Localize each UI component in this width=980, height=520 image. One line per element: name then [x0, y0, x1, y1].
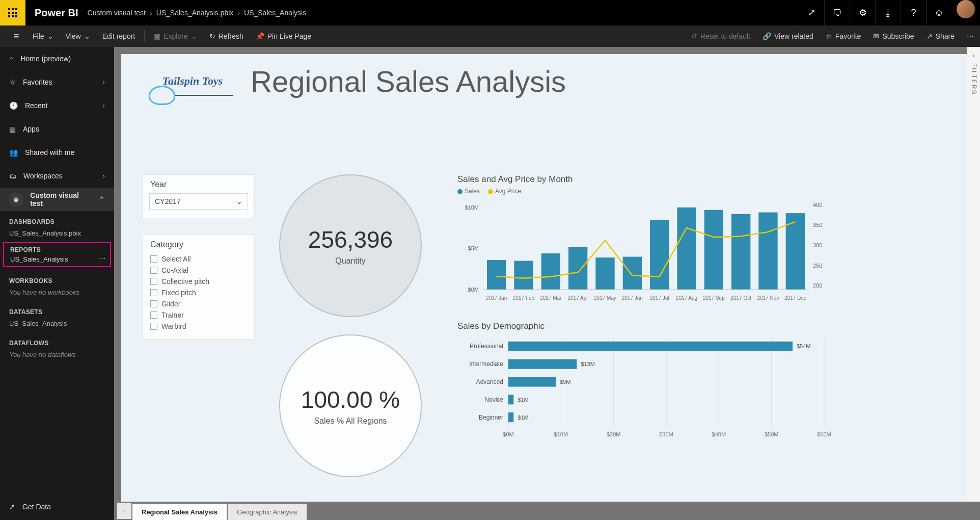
pin-icon: 📌 [256, 32, 264, 40]
breadcrumb-workspace[interactable]: Custom visual test [88, 9, 146, 17]
category-option[interactable]: Collective pitch [150, 276, 247, 287]
nav-label: Get Data [22, 503, 51, 511]
breadcrumb-report[interactable]: US_Sales_Analysis [244, 9, 306, 17]
category-option[interactable]: Warbird [150, 321, 247, 332]
nav-shared-with-me[interactable]: 👥Shared with me [0, 141, 114, 164]
comments-icon[interactable]: 🗨 [824, 0, 850, 25]
divider [144, 30, 145, 42]
more-options-icon[interactable]: ⋯ [961, 32, 980, 40]
nav-report-item[interactable]: US_Sales_Analysis [10, 255, 104, 263]
edit-report-button[interactable]: Edit report [96, 32, 142, 40]
user-avatar[interactable] [957, 0, 975, 18]
svg-text:2017 Feb: 2017 Feb [513, 295, 535, 301]
category-option[interactable]: Glider [150, 298, 247, 309]
svg-rect-6 [8, 15, 10, 17]
settings-icon[interactable]: ⚙ [850, 0, 875, 25]
tab-scroll-left[interactable]: ‹ [117, 503, 131, 519]
legend-label: Sales [465, 188, 480, 195]
nav-section-workbooks: WORKBOOKS [0, 270, 114, 287]
page-tab-geographic[interactable]: Geographic Analysis [228, 504, 307, 520]
reset-icon: ↺ [691, 32, 697, 40]
app-launcher-icon[interactable] [0, 0, 25, 25]
apps-icon: ▦ [9, 125, 16, 133]
chevron-up-icon: ⌃ [99, 195, 105, 203]
page-tab-regional[interactable]: Regional Sales Analysis [132, 504, 227, 520]
category-label: Fixed pitch [161, 289, 196, 297]
star-icon: ☆ [9, 78, 16, 86]
people-icon: 👥 [9, 148, 18, 157]
kpi-value: 256,396 [308, 226, 393, 253]
legend-label: Avg Price [495, 188, 521, 195]
svg-text:350: 350 [813, 222, 822, 228]
refresh-icon: ↻ [209, 32, 215, 40]
download-icon[interactable]: ⭳ [875, 0, 901, 25]
svg-text:$0M: $0M [503, 431, 513, 437]
pin-live-page-button[interactable]: 📌Pin Live Page [250, 32, 317, 40]
get-data-button[interactable]: ↗Get Data [0, 493, 114, 520]
nav-workspace-current[interactable]: ⊗Custom visual test⌃ [0, 188, 114, 211]
svg-text:$1M: $1M [518, 414, 528, 421]
kpi-sales-pct-card[interactable]: 100.00 % Sales % All Regions [279, 334, 422, 477]
svg-text:2017 Dec: 2017 Dec [784, 295, 806, 301]
svg-text:2017 Apr: 2017 Apr [568, 295, 589, 301]
filters-label: FILTERS [970, 63, 977, 95]
category-label: Glider [161, 300, 180, 308]
mail-icon: ✉ [873, 32, 879, 40]
svg-rect-3 [8, 12, 10, 14]
category-option[interactable]: Fixed pitch [150, 287, 247, 298]
svg-text:400: 400 [813, 202, 822, 208]
nav-dashboard-item[interactable]: US_Sales_Analysis.pbix [0, 227, 114, 242]
nav-dataset-item[interactable]: US_Sales_Analysis [0, 318, 114, 332]
svg-text:$20M: $20M [607, 431, 621, 437]
view-related-button[interactable]: 🔗View related [756, 32, 820, 40]
chevron-right-icon: › [150, 9, 152, 17]
more-options-icon[interactable]: ⋯ [99, 254, 106, 263]
svg-text:$54M: $54M [797, 343, 811, 349]
svg-text:2017 Nov: 2017 Nov [757, 295, 779, 301]
chevron-right-icon: › [102, 172, 105, 180]
nav-section-dashboards: DASHBOARDS [0, 211, 114, 227]
kpi-quantity-card[interactable]: 256,396 Quantity [279, 174, 422, 317]
svg-text:$60M: $60M [817, 431, 831, 437]
category-label: Select All [161, 255, 191, 263]
nav-favorites[interactable]: ☆Favorites› [0, 70, 114, 94]
sales-by-month-chart[interactable]: Sales and Avg Price by Month Sales Avg P… [457, 174, 834, 312]
category-option[interactable]: Trainer [150, 309, 247, 321]
nav-recent[interactable]: 🕘Recent› [0, 94, 114, 117]
sales-by-demographic-chart[interactable]: Sales by Demographic $0M$10M$20M$30M$40M… [457, 321, 834, 449]
breadcrumb-file[interactable]: US_Sales_Analysis.pbix [156, 9, 234, 17]
year-dropdown[interactable]: CY2017 ⌄ [149, 193, 248, 210]
feedback-smile-icon[interactable]: ☺ [926, 0, 951, 25]
nav-reports-highlight: REPORTS US_Sales_Analysis ⋯ [3, 242, 111, 267]
chevron-left-icon: ‹ [973, 52, 975, 59]
svg-rect-25 [704, 210, 723, 290]
svg-text:2017 Sep: 2017 Sep [703, 295, 725, 301]
nav-workspaces[interactable]: 🗂Workspaces› [0, 164, 114, 188]
svg-text:2017 May: 2017 May [594, 295, 616, 301]
help-icon[interactable]: ? [901, 0, 926, 25]
subscribe-button[interactable]: ✉Subscribe [867, 32, 920, 40]
category-label: Trainer [161, 311, 184, 319]
svg-rect-20 [568, 247, 587, 290]
svg-text:250: 250 [813, 263, 822, 269]
chart-title: Sales and Avg Price by Month [457, 174, 834, 185]
left-nav: ⌂Home (preview) ☆Favorites› 🕘Recent› ▦Ap… [0, 47, 114, 520]
share-button[interactable]: ↗Share [920, 32, 961, 40]
fullscreen-icon[interactable]: ⤢ [799, 0, 824, 25]
checkbox-icon [150, 267, 157, 274]
nav-home[interactable]: ⌂Home (preview) [0, 47, 114, 70]
favorite-button[interactable]: ☆Favorite [820, 32, 867, 40]
category-option[interactable]: Select All [150, 253, 247, 265]
year-selected-value: CY2017 [155, 197, 181, 205]
svg-text:$10M: $10M [554, 431, 568, 437]
category-option[interactable]: Co-Axial [150, 265, 247, 276]
file-menu[interactable]: File⌄ [26, 32, 60, 40]
hamburger-icon[interactable]: ≡ [6, 31, 26, 42]
filters-pane-toggle[interactable]: ‹ FILTERS [967, 47, 980, 502]
refresh-button[interactable]: ↻Refresh [203, 32, 250, 40]
svg-text:$40M: $40M [712, 431, 726, 437]
svg-text:Beginner: Beginner [479, 414, 503, 421]
view-menu[interactable]: View⌄ [60, 32, 96, 40]
svg-text:2017 Aug: 2017 Aug [676, 295, 697, 301]
nav-apps[interactable]: ▦Apps [0, 117, 114, 141]
